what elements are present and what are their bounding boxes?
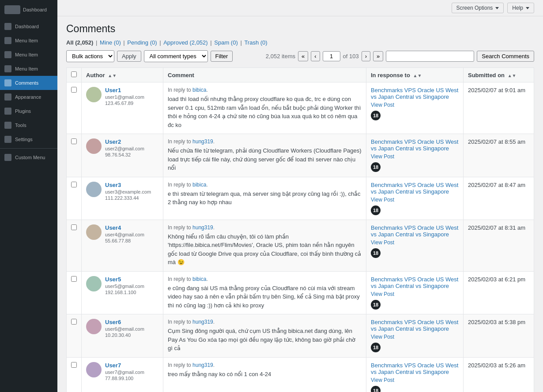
reply-to-link[interactable]: bibica xyxy=(192,276,206,282)
filter-approved[interactable]: Approved (2,052) xyxy=(163,39,207,46)
comment-text: Nếu chứa file từ telegram, phải dùng Clo… xyxy=(168,146,362,172)
comment-author: User1 user1@gmail.com 123.45.67.89 xyxy=(86,87,158,106)
comment-text: treo mấy thằng nay ko có nổi 1 con 4-24 xyxy=(168,370,362,379)
filter-spam[interactable]: Spam (0) xyxy=(214,39,238,46)
in-response: Benchmarks VPS Oracle US West vs Japan C… xyxy=(371,182,459,215)
comment-cell: In reply to hung319. Nếu chứa file từ te… xyxy=(163,134,366,177)
search-input[interactable] xyxy=(386,51,474,62)
actions-left: Bulk actions Apply All comment types Fil… xyxy=(66,50,233,62)
row-checkbox[interactable] xyxy=(71,224,77,230)
view-post-link[interactable]: View Post xyxy=(371,102,459,108)
sidebar-item-custom[interactable]: Custom Menu xyxy=(0,150,57,164)
comment-author: User2 user2@gmail.com 98.76.54.32 xyxy=(86,138,158,157)
next-page-button[interactable]: › xyxy=(362,51,370,61)
response-post-link[interactable]: Benchmarks VPS Oracle US West vs Japan C… xyxy=(371,182,458,195)
row-checkbox[interactable] xyxy=(71,138,77,144)
filter-pending[interactable]: Pending (0) xyxy=(127,39,157,46)
row-checkbox[interactable] xyxy=(71,182,77,187)
sidebar-item-3[interactable]: Menu Item xyxy=(0,62,57,76)
author-ip: 98.76.54.32 xyxy=(105,152,144,157)
response-post-link[interactable]: Benchmarks VPS Oracle US West vs Japan C… xyxy=(371,138,458,152)
comment-text: load thì load nối nhưng thằng proxy clou… xyxy=(168,95,362,129)
author-ip: 55.66.77.88 xyxy=(105,238,144,243)
submitted-on: 2025/02/07 at 8:47 am xyxy=(468,182,525,188)
view-post-link[interactable]: View Post xyxy=(371,334,459,340)
filter-all[interactable]: All (2,052) xyxy=(66,39,93,46)
table-row: User3 user3@example.com 111.222.333.44 I… xyxy=(67,177,534,220)
apply-button[interactable]: Apply xyxy=(117,51,141,62)
sidebar-divider xyxy=(0,148,57,149)
content-area: Comments All (2,052) | Mine (0) | Pendin… xyxy=(57,16,543,392)
row-checkbox[interactable] xyxy=(71,362,77,368)
reply-to-link[interactable]: hung319 xyxy=(192,362,213,368)
last-page-button[interactable]: » xyxy=(373,51,383,61)
reply-to: In reply to hung319. xyxy=(168,362,362,368)
author-name[interactable]: User3 xyxy=(105,182,151,188)
view-post-link[interactable]: View Post xyxy=(371,291,459,297)
filter-trash[interactable]: Trash (0) xyxy=(244,39,267,46)
comment-author: User7 user7@gmail.com 77.88.99.100 xyxy=(86,362,158,381)
submitted-on: 2025/02/07 at 9:01 am xyxy=(468,87,525,93)
filter-mine[interactable]: Mine (0) xyxy=(100,39,121,46)
in-response: Benchmarks VPS Oracle US West vs Japan C… xyxy=(371,224,459,258)
row-checkbox[interactable] xyxy=(71,87,77,93)
view-post-link[interactable]: View Post xyxy=(371,377,459,383)
row-checkbox[interactable] xyxy=(71,276,77,282)
response-post-link[interactable]: Benchmarks VPS Oracle US West vs Japan C… xyxy=(371,276,458,289)
help-button[interactable]: Help xyxy=(507,3,534,13)
response-post-link[interactable]: Benchmarks VPS Oracle US West vs Japan C… xyxy=(371,319,458,332)
bulk-actions-select[interactable]: Bulk actions xyxy=(66,50,114,62)
reply-to-link[interactable]: hung319 xyxy=(192,224,213,231)
reply-to-link[interactable]: hung319 xyxy=(192,319,213,325)
comment-type-select[interactable]: All comment types xyxy=(144,50,208,62)
sidebar-item-label: Appearance xyxy=(15,94,41,100)
sidebar-item-settings[interactable]: Settings xyxy=(0,132,57,146)
author-email: user4@gmail.com xyxy=(105,232,144,237)
reply-to: In reply to hung319. xyxy=(168,319,362,325)
sidebar-item-plugins[interactable]: Plugins xyxy=(0,104,57,118)
in-response: Benchmarks VPS Oracle US West vs Japan C… xyxy=(371,87,459,120)
row-checkbox[interactable] xyxy=(71,319,77,325)
author-name[interactable]: User7 xyxy=(105,362,144,369)
view-post-link[interactable]: View Post xyxy=(371,239,459,246)
sidebar-item-1[interactable]: Menu Item xyxy=(0,34,57,48)
first-page-button[interactable]: « xyxy=(298,51,308,61)
author-name[interactable]: User4 xyxy=(105,224,144,231)
response-post-link[interactable]: Benchmarks VPS Oracle US West vs Japan C… xyxy=(371,87,458,100)
view-post-link[interactable]: View Post xyxy=(371,153,459,160)
view-post-link[interactable]: View Post xyxy=(371,197,459,203)
in-response: Benchmarks VPS Oracle US West vs Japan C… xyxy=(371,276,459,310)
response-post-link[interactable]: Benchmarks VPS Oracle US West vs Japan C… xyxy=(371,224,458,238)
page-title: Comments xyxy=(66,23,534,35)
sidebar-item-comments[interactable]: Comments xyxy=(0,76,57,90)
comment-badge: 18 xyxy=(371,111,381,120)
author-name[interactable]: User1 xyxy=(105,87,144,93)
reply-to-link[interactable]: bibica xyxy=(192,87,206,93)
comment-text: e cũng đang sài US mà thằng proxy của Cl… xyxy=(168,284,362,310)
reply-to-link[interactable]: hung319 xyxy=(192,138,213,145)
sidebar-item-dashboard[interactable]: Dashboard xyxy=(0,19,57,34)
screen-options-button[interactable]: Screen Options xyxy=(452,3,504,13)
th-response: In response to ▲▼ xyxy=(366,68,464,82)
author-name[interactable]: User2 xyxy=(105,138,144,145)
author-name[interactable]: User5 xyxy=(105,276,144,283)
avatar xyxy=(86,276,102,291)
select-all-checkbox[interactable] xyxy=(71,71,77,77)
submitted-cell: 2025/02/03 at 5:38 pm xyxy=(464,314,534,358)
author-cell: User2 user2@gmail.com 98.76.54.32 xyxy=(82,134,163,177)
author-name[interactable]: User6 xyxy=(105,319,144,325)
avatar xyxy=(86,224,102,240)
reply-to: In reply to bibica. xyxy=(168,87,362,93)
reply-to-link[interactable]: bibica xyxy=(192,182,206,188)
sidebar-item-2[interactable]: Menu Item xyxy=(0,48,57,62)
custom-icon xyxy=(4,154,11,161)
sidebar-item-label: Settings xyxy=(15,137,33,142)
sort-arrow-icon: ▲▼ xyxy=(108,73,117,78)
response-post-link[interactable]: Benchmarks VPS Oracle US West vs Japan C… xyxy=(371,362,458,375)
sidebar-item-tools[interactable]: Tools xyxy=(0,118,57,132)
search-comments-button[interactable]: Search Comments xyxy=(477,51,534,62)
prev-page-button[interactable]: ‹ xyxy=(311,51,320,61)
page-number-input[interactable] xyxy=(323,51,340,61)
sidebar-item-appearance[interactable]: Appearance xyxy=(0,90,57,104)
filter-button[interactable]: Filter xyxy=(211,51,233,62)
